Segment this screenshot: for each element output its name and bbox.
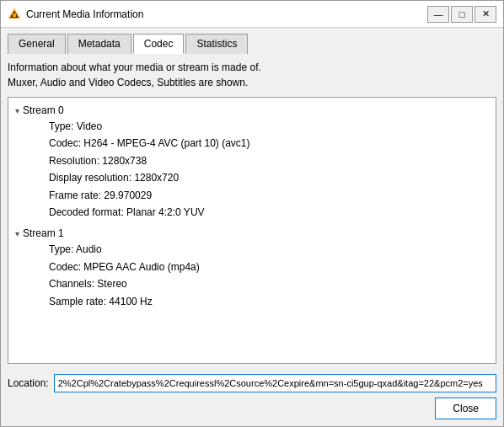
stream-0-title: Stream 0 — [23, 104, 64, 116]
maximize-button[interactable]: □ — [451, 6, 473, 23]
stream-0-arrow: ▾ — [15, 106, 19, 115]
stream-0-field-5: Decoded format: Planar 4:2:0 YUV — [49, 204, 489, 221]
info-line1: Information about what your media or str… — [8, 60, 496, 75]
window-title: Current Media Information — [26, 8, 427, 20]
svg-rect-2 — [13, 13, 16, 17]
stream-1-arrow: ▾ — [15, 229, 19, 238]
location-input[interactable] — [54, 374, 496, 392]
stream-1-body: Type: Audio Codec: MPEG AAC Audio (mp4a)… — [15, 241, 489, 310]
close-button[interactable]: Close — [435, 398, 496, 419]
stream-1-field-1: Codec: MPEG AAC Audio (mp4a) — [49, 259, 489, 275]
info-description: Information about what your media or str… — [8, 60, 496, 90]
minimize-button[interactable]: — — [427, 6, 449, 23]
title-bar: Current Media Information — □ ✕ — [1, 1, 503, 28]
tab-metadata[interactable]: Metadata — [67, 34, 131, 54]
stream-0-field-4: Frame rate: 29.970029 — [49, 187, 489, 204]
stream-0-field-2: Resolution: 1280x738 — [49, 152, 489, 169]
stream-1-title: Stream 1 — [23, 227, 64, 239]
vlc-icon — [8, 8, 21, 21]
stream-1-section: ▾ Stream 1 Type: Audio Codec: MPEG AAC A… — [15, 227, 489, 310]
window-close-button[interactable]: ✕ — [475, 6, 496, 23]
stream-1-field-0: Type: Audio — [49, 241, 489, 258]
location-row: Location: — [8, 374, 496, 392]
stream-0-body: Type: Video Codec: H264 - MPEG-4 AVC (pa… — [15, 118, 489, 221]
content-area: Information about what your media or str… — [1, 53, 503, 371]
tab-statistics[interactable]: Statistics — [185, 34, 248, 54]
stream-0-field-1: Codec: H264 - MPEG-4 AVC (part 10) (avc1… — [49, 135, 489, 152]
tab-bar: General Metadata Codec Statistics — [1, 28, 503, 53]
close-row: Close — [8, 398, 496, 419]
main-window: Current Media Information — □ ✕ General … — [0, 0, 504, 427]
stream-panel: ▾ Stream 0 Type: Video Codec: H264 - MPE… — [8, 97, 496, 364]
stream-0-field-3: Display resolution: 1280x720 — [49, 169, 489, 186]
tab-codec[interactable]: Codec — [133, 34, 185, 54]
stream-0-header[interactable]: ▾ Stream 0 — [15, 104, 489, 116]
stream-0-section: ▾ Stream 0 Type: Video Codec: H264 - MPE… — [15, 104, 489, 221]
tab-general[interactable]: General — [8, 34, 66, 54]
stream-0-field-0: Type: Video — [49, 118, 489, 135]
window-controls: — □ ✕ — [427, 6, 496, 23]
stream-1-field-3: Sample rate: 44100 Hz — [49, 293, 489, 310]
bottom-area: Location: Close — [1, 371, 503, 426]
stream-1-header[interactable]: ▾ Stream 1 — [15, 227, 489, 239]
location-label: Location: — [8, 377, 49, 389]
stream-1-field-2: Channels: Stereo — [49, 275, 489, 292]
info-line2: Muxer, Audio and Video Codecs, Subtitles… — [8, 75, 496, 90]
